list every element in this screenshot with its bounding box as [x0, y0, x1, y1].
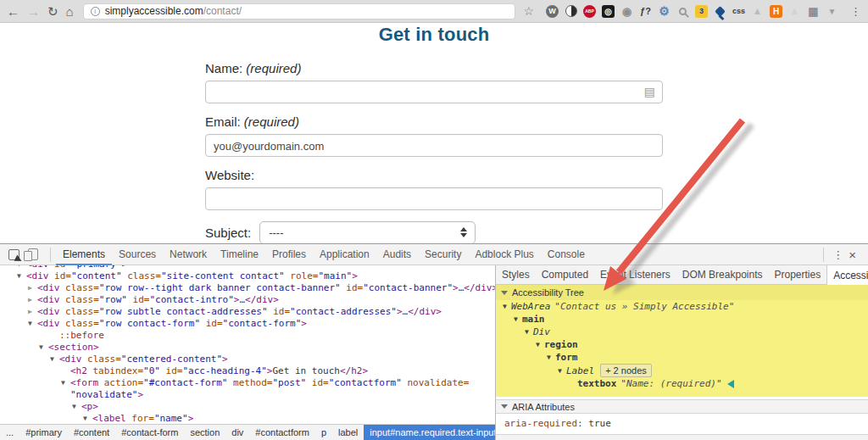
expanded-arrow-icon[interactable]: ▼	[61, 377, 70, 389]
accessibility-tree-row[interactable]: ▼Div	[496, 326, 868, 338]
dom-tree-row[interactable]: ▶<div class="row subtle contact-addresse…	[0, 306, 495, 318]
expanded-arrow-icon[interactable]: ▼	[558, 365, 566, 377]
expanded-arrow-icon[interactable]: ▼	[28, 318, 37, 330]
sidebar-tab-computed[interactable]: Computed	[536, 265, 594, 284]
expanded-arrow-icon[interactable]: ▼	[503, 300, 511, 313]
magnifier-icon[interactable]	[676, 4, 690, 19]
dom-tree-row[interactable]: ▼<p>	[0, 401, 495, 413]
autofill-icon[interactable]: ▤	[644, 86, 655, 97]
chevron-icon[interactable]: ▼	[825, 4, 839, 19]
address-bar[interactable]: i simplyaccessible.com/contact/	[83, 3, 516, 19]
accessibility-tree-row[interactable]: ▼main	[496, 313, 868, 326]
reload-icon[interactable]: ↻	[47, 5, 58, 18]
expanded-arrow-icon[interactable]: ▼	[525, 326, 533, 338]
collapsed-arrow-icon[interactable]: ▶	[28, 294, 37, 306]
axe-icon[interactable]	[713, 4, 727, 19]
subject-select[interactable]: ----	[259, 221, 476, 243]
sidebar-tab-properties[interactable]: Properties	[768, 265, 826, 284]
gear-icon[interactable]: ⚙	[657, 4, 671, 19]
dom-tree-row[interactable]: ▼<div class="row contact-form" id="conta…	[0, 318, 495, 330]
back-icon[interactable]: ←	[7, 5, 19, 18]
dom-tree-row[interactable]: ▼<label for="name">	[0, 413, 495, 424]
dom-tree-row[interactable]: ▼<form action="#contact-form" method="po…	[0, 377, 495, 389]
expanded-arrow-icon[interactable]: ▼	[72, 401, 81, 413]
breadcrumb-item[interactable]: #contact-form	[115, 425, 184, 440]
contrast-icon[interactable]	[564, 4, 578, 19]
breadcrumb-item[interactable]: #content	[68, 425, 115, 440]
sidebar-tab-accessibility[interactable]: Accessibility	[826, 265, 868, 285]
email-input[interactable]: you@yourdomain.com	[205, 134, 663, 157]
website-input[interactable]	[205, 187, 663, 210]
sidebar-tab-dom-breakpoints[interactable]: DOM Breakpoints	[676, 265, 769, 284]
node-count-badge[interactable]: + 2 nodes	[600, 364, 652, 377]
breadcrumb-item[interactable]: p	[315, 425, 332, 440]
accessibility-tree-header[interactable]: Accessibility Tree	[496, 285, 868, 300]
expanded-arrow-icon[interactable]: ▼	[547, 351, 555, 364]
breadcrumb-item[interactable]: #contactform	[249, 425, 315, 440]
devtools-tab-application[interactable]: Application	[313, 244, 376, 265]
breadcrumb-item[interactable]: #primary	[19, 425, 68, 440]
devtools-tab-profiles[interactable]: Profiles	[265, 244, 313, 265]
devtools-tab-console[interactable]: Console	[541, 244, 592, 265]
collapsed-arrow-icon[interactable]: ▶	[28, 282, 37, 294]
adblock-plus-icon[interactable]: ABP	[582, 4, 597, 19]
breadcrumb-item[interactable]: ...	[0, 425, 19, 440]
dom-tree-row[interactable]: ▼<div class="centered-content">	[0, 354, 495, 365]
forward-icon[interactable]: →	[27, 5, 40, 18]
dom-tree-row[interactable]: ▼<section>	[0, 342, 495, 354]
accessibility-tree-row[interactable]: ▼form	[496, 351, 868, 364]
sidebar-tab-styles[interactable]: Styles	[496, 265, 536, 284]
collapsed-arrow-icon[interactable]: ▶	[28, 306, 37, 318]
aria-attributes-header[interactable]: ARIA Attributes	[496, 399, 868, 414]
expanded-arrow-icon[interactable]: ▼	[39, 342, 48, 354]
expanded-arrow-icon[interactable]: ▼	[83, 413, 92, 424]
accessibility-tree-row[interactable]: ▼WebArea"Contact us » Simply Accessible"	[496, 300, 868, 313]
breadcrumb-item[interactable]: label	[332, 425, 364, 440]
cloud-icon[interactable]: ▲	[787, 4, 802, 19]
devtools-tab-timeline[interactable]: Timeline	[214, 244, 265, 265]
web-page: Get in touch Name: (required) ▤ Email: (…	[0, 23, 868, 243]
expanded-arrow-icon[interactable]: ▼	[50, 354, 59, 365]
url-text[interactable]: simplyaccessible.com/contact/	[105, 5, 242, 17]
h-icon[interactable]: H	[769, 4, 783, 19]
dom-tree-row[interactable]: <h2 tabindex="0" id="acc-heading-4">Get …	[0, 365, 495, 377]
accessibility-tree-row[interactable]: ▼region	[496, 338, 868, 351]
breadcrumb-item[interactable]: div	[225, 425, 249, 440]
camera-icon[interactable]: ◉	[620, 4, 634, 19]
css-icon[interactable]: css	[732, 4, 746, 19]
devtools-tab-audits[interactable]: Audits	[376, 244, 418, 265]
qr-icon[interactable]: ▦	[806, 4, 821, 19]
bookmark-star-icon[interactable]: ☆	[523, 4, 534, 18]
devtools-menu-icon[interactable]: ⋮	[832, 248, 843, 261]
expanded-arrow-icon[interactable]: ▼	[17, 270, 26, 282]
devtools-tab-network[interactable]: Network	[163, 244, 214, 265]
breadcrumb-item[interactable]: input#name.required.text-input	[364, 425, 495, 440]
dom-tree-row[interactable]: ▶<div class="row row--tight dark banner …	[0, 282, 495, 294]
dom-tree-row[interactable]: ▶<div class="row" id="contact-intro">…</…	[0, 294, 495, 306]
breadcrumb-item[interactable]: section	[184, 425, 225, 440]
dom-tree-row[interactable]: ::before	[0, 330, 495, 342]
inspect-element-icon[interactable]	[8, 249, 19, 260]
accessibility-tree-row[interactable]: textbox"Name: (required)"	[496, 377, 868, 390]
devtools-tab-sources[interactable]: Sources	[112, 244, 163, 265]
devtools-close-icon[interactable]: ×	[849, 248, 856, 262]
screenshot-icon[interactable]: ◎	[601, 4, 615, 19]
dom-tree-row[interactable]: "novalidate">	[0, 389, 495, 401]
devtools-tab-elements[interactable]: Elements	[56, 244, 112, 265]
dom-tree-row[interactable]: ▼<div id="content" class="site-content c…	[0, 270, 495, 282]
device-toolbar-icon[interactable]	[28, 248, 38, 260]
devtools-tab-adblock-plus[interactable]: Adblock Plus	[468, 244, 540, 265]
wordpress-icon[interactable]: W	[545, 4, 559, 19]
calendar-icon[interactable]: 3	[694, 4, 709, 19]
expanded-arrow-icon[interactable]: ▼	[536, 338, 544, 351]
expanded-arrow-icon[interactable]: ▼	[514, 313, 522, 326]
sidebar-tab-event-listeners[interactable]: Event Listeners	[594, 265, 676, 284]
home-icon[interactable]: ⌂	[66, 5, 74, 18]
triangle-icon[interactable]: ▲	[750, 4, 765, 19]
browser-menu-icon[interactable]: ⋮	[850, 5, 861, 18]
function-icon[interactable]: ƒ?	[638, 4, 653, 19]
site-info-icon[interactable]: i	[91, 7, 100, 16]
accessibility-tree-row[interactable]: ▼Label+ 2 nodes	[496, 364, 868, 377]
devtools-tab-security[interactable]: Security	[418, 244, 468, 265]
name-input[interactable]: ▤	[205, 81, 663, 103]
